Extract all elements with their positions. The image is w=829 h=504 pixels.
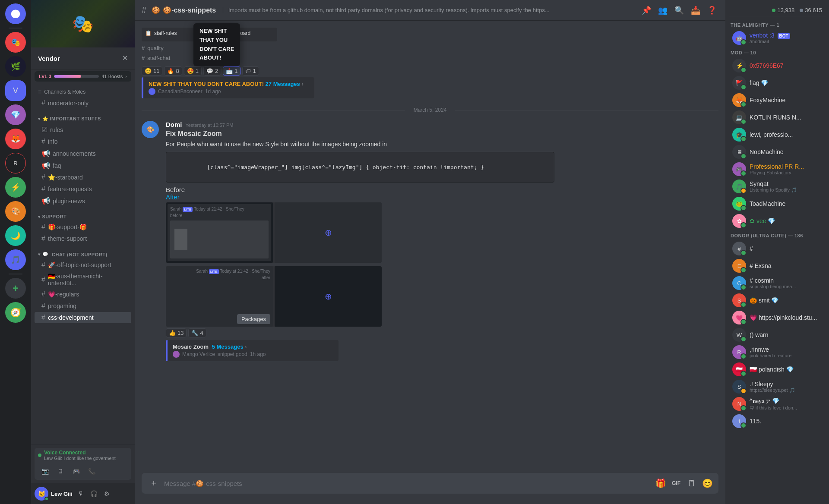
voice-activity-btn[interactable]: 🎮 xyxy=(69,464,83,478)
before-label-inner: before xyxy=(170,213,269,218)
reaction-heart-eyes[interactable]: 😍1 xyxy=(184,66,202,76)
member-neya[interactable]: N ^𝐧𝐞𝐲𝐚ァ 💎 🗨 if this is love i don... xyxy=(729,395,826,413)
vee-name: ✿ vee 💎 xyxy=(750,217,822,224)
member-hash[interactable]: # # xyxy=(729,240,826,257)
deafen-btn[interactable]: 🎧 xyxy=(88,488,100,500)
member-sleepy[interactable]: S .! Sleepy https://sleepys.pet 🎵 xyxy=(729,378,826,395)
server-boost-bar[interactable]: LVL 3 41 Boosts › xyxy=(35,71,131,82)
help-icon[interactable]: ❓ xyxy=(706,4,718,17)
server-header[interactable]: Vendor ✕ xyxy=(31,47,135,69)
member-synqat[interactable]: 🎵 Synqat Listening to Spotify 🎵 xyxy=(729,178,826,195)
channel-theme-support[interactable]: # theme-support xyxy=(35,233,131,244)
member-nop[interactable]: 🖥 NopMachine xyxy=(729,143,826,161)
voice-leave-btn[interactable]: 📞 xyxy=(85,464,98,478)
member-lewi[interactable]: 🎓 lewi, professio... xyxy=(729,126,826,143)
category-chat[interactable]: 💬 CHAT (NOT SUPPORT) xyxy=(31,245,135,259)
thread-preview-top[interactable]: NEW SHIT THAT YOU DONT CARE ABOUT! 27 Me… xyxy=(142,77,314,98)
channel-progaming[interactable]: # progaming xyxy=(35,300,131,312)
member-polandish[interactable]: 🇵🇱 🇵🇱 polandish 💎 xyxy=(729,361,826,378)
channel-name-progaming: progaming xyxy=(48,302,76,309)
channel-hash-icon: # xyxy=(41,99,45,107)
channel-regulars[interactable]: # 💗-regulars xyxy=(35,289,131,300)
channel-announcements[interactable]: 📢 announcements xyxy=(35,148,131,159)
member-toad[interactable]: 🐸 ToadMachine xyxy=(729,195,826,212)
server-icon-9[interactable]: 🌙 xyxy=(5,225,26,246)
server-icon-1[interactable]: 🎭 xyxy=(5,32,26,53)
boost-progress-fill xyxy=(54,75,81,78)
exsna-name: # Exsna xyxy=(750,262,822,269)
members-icon[interactable]: 👥 xyxy=(656,4,669,17)
message-input[interactable] xyxy=(164,480,651,487)
vee-avatar: ✿ xyxy=(732,214,746,228)
thread-preview-mosaic[interactable]: Mosaic Zoom 5 Messages › Mango Verlice s… xyxy=(166,340,339,361)
add-server-button[interactable]: + xyxy=(5,278,26,299)
sticker-btn[interactable]: 🗒 xyxy=(686,477,698,489)
voice-camera-btn[interactable]: 📷 xyxy=(38,464,52,478)
cosmin-status: sopi stop being mea... xyxy=(750,284,822,289)
server-icon-active[interactable]: V xyxy=(5,80,26,101)
inbox-icon[interactable]: 📥 xyxy=(689,4,702,17)
gif-btn[interactable]: GIF xyxy=(670,477,682,489)
reaction-fire[interactable]: 🔥8 xyxy=(164,66,182,76)
member-smit[interactable]: S 🎃 smit 💎 xyxy=(729,292,826,309)
member-venbot[interactable]: 🤖 venbot :3 BOT /modmail xyxy=(729,29,826,47)
reaction-unknown[interactable]: 🏷1 xyxy=(242,66,259,76)
member-flag[interactable]: 🚩 flag 💎 xyxy=(729,74,826,91)
member-cosmin[interactable]: C # cosmin sopi stop being mea... xyxy=(729,274,826,292)
server-icon-5[interactable]: 🦊 xyxy=(5,129,26,149)
search-icon[interactable]: 🔍 xyxy=(673,4,686,17)
server-icon-discover[interactable]: 🧭 xyxy=(5,302,26,323)
pin-icon[interactable]: 📌 xyxy=(640,4,653,17)
member-foxy[interactable]: 🦊 FoxyMachine xyxy=(729,91,826,109)
member-kotlin[interactable]: 💻 KOTLIN RUNS N... xyxy=(729,109,826,126)
category-support[interactable]: SUPPORT xyxy=(31,207,135,221)
channel-off-topic[interactable]: # 🚀-off-topic-not-support xyxy=(35,259,131,271)
mosaic-thread-author: Mango Verlice xyxy=(182,351,215,357)
channel-rules[interactable]: ☑ rules xyxy=(35,124,131,135)
server-icon-4[interactable]: 💎 xyxy=(5,104,26,125)
member-0x57[interactable]: ⚡ 0x57696E67 xyxy=(729,57,826,74)
server-icon-home[interactable] xyxy=(5,3,26,24)
channel-starboard[interactable]: # ⭐-starboard xyxy=(35,172,131,183)
voice-screen-btn[interactable]: 🖥 xyxy=(54,464,67,478)
reaction-thumbsup[interactable]: 👍 13 xyxy=(166,328,187,337)
channel-css-development[interactable]: # css-development xyxy=(35,312,131,323)
server-icon-10[interactable]: 🎵 xyxy=(5,249,26,270)
channel-feature-requests[interactable]: # feature-requests xyxy=(35,183,131,195)
member-pinkcloud[interactable]: 💗 💗 https://pinkcloud.stu... xyxy=(729,309,826,326)
channel-support[interactable]: # 🎁-support-🎁 xyxy=(35,221,131,233)
channels-roles-header[interactable]: ≡ Channels & Roles xyxy=(31,85,135,97)
channel-plugin-news[interactable]: 📢 plugin-news xyxy=(35,195,131,207)
reaction-message-mine[interactable]: 📩1 xyxy=(223,66,240,76)
channel-faq[interactable]: 📢 faq xyxy=(35,160,131,171)
member-exsna[interactable]: E # Exsna xyxy=(729,257,826,274)
member-115-avatar: 1 xyxy=(732,414,746,428)
reaction-wrench[interactable]: 🔧 4 xyxy=(188,328,206,337)
message-add-button[interactable]: + xyxy=(147,476,161,490)
divider-line-right xyxy=(455,110,718,110)
server-icon-6[interactable]: R xyxy=(5,153,26,173)
thumbsup-count: 13 xyxy=(177,330,184,336)
member-115[interactable]: 1 115. xyxy=(729,413,826,430)
reaction-chat[interactable]: 💬2 xyxy=(203,66,221,76)
channel-info[interactable]: # info xyxy=(35,136,131,147)
category-important[interactable]: ⭐ IMPORTANT STUFFS xyxy=(31,109,135,123)
pro-pr-info: Professional PR R... Playing Satisfactor… xyxy=(750,163,822,175)
channel-german[interactable]: # 🇩🇪-aus-thema-nicht-unterstüt... xyxy=(35,271,131,288)
member-rinnwe[interactable]: R ,rinnwe pink haired creature xyxy=(729,343,826,361)
server-icon-7[interactable]: ⚡ xyxy=(5,177,26,198)
emoji-btn[interactable]: 😊 xyxy=(701,477,713,489)
gift-btn[interactable]: 🎁 xyxy=(655,477,667,489)
member-pro-pr[interactable]: 🎮 Professional PR R... Playing Satisfact… xyxy=(729,161,826,178)
member-vee[interactable]: ✿ ✿ vee 💎 xyxy=(729,212,826,230)
server-icon-8[interactable]: 🎨 xyxy=(5,201,26,222)
category-chat-label: CHAT (NOT SUPPORT) xyxy=(52,252,108,257)
channel-moderator-only[interactable]: # moderator-only xyxy=(35,98,131,109)
member-warn[interactable]: W () warn xyxy=(729,326,826,343)
mute-btn[interactable]: 🎙 xyxy=(75,488,87,500)
server-icon-2[interactable]: 🌿 xyxy=(5,56,26,77)
reaction-smile[interactable]: 😊11 xyxy=(142,66,162,76)
channel-name-rules: rules xyxy=(50,126,63,133)
smit-info: 🎃 smit 💎 xyxy=(750,297,822,304)
settings-btn[interactable]: ⚙ xyxy=(101,488,113,500)
